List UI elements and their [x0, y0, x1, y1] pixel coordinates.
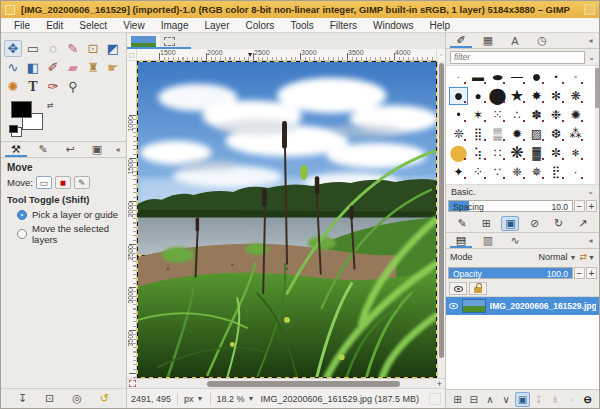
- brush-item[interactable]: ▓: [527, 144, 546, 162]
- brush-item[interactable]: ●: [488, 68, 507, 86]
- tab-menu-button[interactable]: ◂: [584, 233, 597, 248]
- brush-grid-scrollbar[interactable]: [595, 66, 599, 184]
- chevron-down-icon[interactable]: ⌄: [587, 187, 594, 196]
- reset-tool-options-button[interactable]: ↺: [100, 392, 109, 405]
- add-layer-mask-button[interactable]: ▫: [564, 392, 579, 407]
- horizontal-ruler[interactable]: 150020002500300035004000▾: [137, 49, 436, 61]
- canvas-image[interactable]: [138, 62, 436, 377]
- duplicate-layer-button[interactable]: ▣: [515, 392, 530, 407]
- brush-item[interactable]: ★: [508, 87, 527, 105]
- brush-item[interactable]: ❉: [547, 106, 566, 124]
- brush-item[interactable]: ▒: [488, 125, 507, 143]
- statusbar-button[interactable]: [429, 393, 441, 405]
- option-pick-layer[interactable]: Pick a layer or guide: [17, 209, 120, 220]
- radio-selected-icon[interactable]: [17, 210, 27, 220]
- brush-item[interactable]: ●: [449, 87, 468, 105]
- brush-item[interactable]: ✵: [527, 163, 546, 181]
- opacity-increase-button[interactable]: +: [586, 267, 597, 279]
- brush-item[interactable]: ⣟: [547, 163, 566, 181]
- brush-item[interactable]: ⁂: [566, 125, 585, 143]
- vertical-scrollbar[interactable]: [437, 61, 445, 378]
- lock-button[interactable]: [469, 282, 487, 295]
- brush-item[interactable]: ❊: [449, 125, 468, 143]
- brush-item[interactable]: ∴: [508, 106, 527, 124]
- brush-item[interactable]: ✻: [547, 87, 566, 105]
- brush-item[interactable]: ✶: [469, 106, 488, 124]
- brush-item[interactable]: ❈: [508, 163, 527, 181]
- brush-item[interactable]: ∵: [488, 163, 507, 181]
- default-colors-icon[interactable]: [9, 125, 18, 133]
- brush-item[interactable]: —: [508, 68, 527, 86]
- save-tool-preset-button[interactable]: ↧: [18, 392, 27, 405]
- brush-item[interactable]: ✽: [527, 106, 546, 124]
- tool-warp-transform[interactable]: ∿: [4, 59, 22, 76]
- brush-item[interactable]: ·: [566, 163, 585, 181]
- brushes-tab[interactable]: ✐: [448, 33, 474, 48]
- ruler-origin-button[interactable]: ▢: [127, 49, 137, 61]
- menu-help[interactable]: Help: [423, 20, 458, 31]
- tool-bucket-fill[interactable]: ◧: [24, 59, 42, 76]
- paths-tab[interactable]: ∿: [502, 233, 528, 248]
- brush-item[interactable]: ▨: [527, 125, 546, 143]
- tool-free-select[interactable]: ◌: [44, 40, 62, 57]
- device-status-tab[interactable]: ✎: [30, 142, 56, 157]
- opacity-decrease-button[interactable]: −: [574, 267, 585, 279]
- raise-layer-button[interactable]: ∧: [483, 392, 498, 407]
- brush-item[interactable]: ✸: [527, 87, 546, 105]
- spacing-decrease-button[interactable]: −: [574, 200, 585, 212]
- new-brush-button[interactable]: ⊞: [477, 216, 495, 231]
- swap-colors-icon[interactable]: ⇄: [47, 101, 54, 110]
- menu-tools[interactable]: Tools: [283, 20, 320, 31]
- fonts-tab[interactable]: A: [502, 33, 528, 48]
- edit-brush-button[interactable]: ✎: [453, 216, 471, 231]
- move-path-button[interactable]: ✎: [74, 176, 90, 189]
- brush-item[interactable]: ❋: [508, 144, 527, 162]
- brush-item[interactable]: ●: [527, 68, 546, 86]
- navigation-button[interactable]: +: [434, 379, 445, 389]
- legacy-mode-toggle[interactable]: ⇄ ▼: [580, 252, 595, 262]
- tool-text[interactable]: T: [24, 78, 42, 95]
- quick-mask-toggle[interactable]: [127, 379, 137, 389]
- brush-item[interactable]: ❋: [566, 87, 585, 105]
- brush-item[interactable]: ⣿: [469, 125, 488, 143]
- horizontal-scrollbar[interactable]: [137, 380, 434, 388]
- tool-color-picker[interactable]: ✑: [44, 78, 62, 95]
- lower-layer-button[interactable]: ∨: [499, 392, 514, 407]
- titlebar-button[interactable]: [584, 4, 595, 15]
- menu-select[interactable]: Select: [72, 20, 114, 31]
- menu-layer[interactable]: Layer: [197, 20, 236, 31]
- brush-item[interactable]: ✻: [566, 144, 585, 162]
- horizontal-scrollbar-thumb[interactable]: [207, 381, 400, 387]
- unit-dropdown[interactable]: px ▼: [184, 394, 203, 404]
- move-selection-button[interactable]: ■: [55, 176, 71, 189]
- chevron-down-icon[interactable]: ⌄: [588, 53, 595, 62]
- menu-file[interactable]: File: [7, 20, 37, 31]
- spacing-increase-button[interactable]: +: [586, 200, 597, 212]
- brush-item[interactable]: ·: [449, 68, 468, 86]
- channels-tab[interactable]: ▥: [475, 233, 501, 248]
- menu-windows[interactable]: Windows: [366, 20, 421, 31]
- opacity-slider[interactable]: Opacity 100.0: [448, 267, 573, 279]
- menu-view[interactable]: View: [116, 20, 152, 31]
- tool-rectangle-select[interactable]: ▭: [24, 40, 42, 57]
- vertical-scrollbar-thumb[interactable]: [439, 63, 444, 358]
- delete-brush-button[interactable]: ⊘: [526, 216, 544, 231]
- menu-filters[interactable]: Filters: [323, 20, 364, 31]
- tool-crop[interactable]: ⊡: [84, 40, 102, 57]
- patterns-tab[interactable]: ▦: [475, 33, 501, 48]
- brush-item[interactable]: ❆: [547, 125, 566, 143]
- brush-item[interactable]: ●: [469, 87, 488, 105]
- delete-layer-button[interactable]: ⊖: [580, 392, 595, 407]
- tool-unified-transform[interactable]: ◩: [104, 40, 122, 57]
- brush-item[interactable]: •: [449, 106, 468, 124]
- anchor-layer-button[interactable]: ↧: [531, 392, 546, 407]
- spacing-slider[interactable]: Spacing 10.0: [448, 200, 573, 212]
- document-history-tab[interactable]: ◷: [529, 33, 555, 48]
- titlebar[interactable]: [IMG_20200606_161529] (imported)-1.0 (RG…: [1, 1, 599, 18]
- visibility-toggle-button[interactable]: [449, 282, 467, 295]
- brush-item[interactable]: ⁘: [469, 163, 488, 181]
- tool-move[interactable]: ✥: [4, 40, 22, 57]
- brush-item[interactable]: ◦: [566, 68, 585, 86]
- zoom-fit-toggle-button[interactable]: ▫: [436, 49, 445, 61]
- delete-tool-preset-button[interactable]: ◎: [72, 392, 82, 405]
